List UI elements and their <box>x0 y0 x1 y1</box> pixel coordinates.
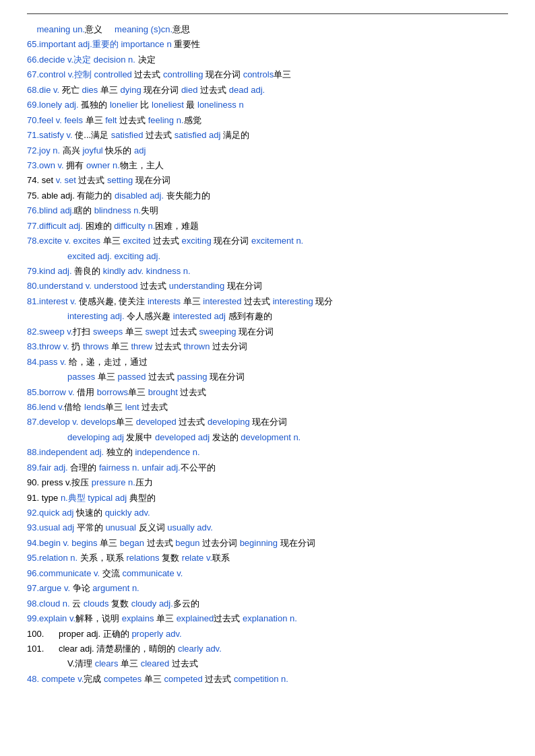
entry-75: 75. able adj. 有能力的 disabled adj. 丧失能力的 <box>27 188 508 203</box>
entry-66: 66.decide v.决定 decision n. 决定 <box>27 53 508 67</box>
entry-79: 79.kind adj. 善良的 kindly adv. kindness n. <box>27 264 508 278</box>
top-divider <box>27 13 508 14</box>
entry-88: 88.independent adj. 独立的 independence n. <box>27 445 508 459</box>
entry-83: 83.throw v. 扔 throws 单三 threw 过去式 thrown… <box>27 339 508 353</box>
entry-89: 89.fair adj. 合理的 fairness n. unfair adj.… <box>27 460 508 475</box>
entry-97: 97.argue v. 争论 argument n. <box>27 581 508 595</box>
entry-98: 98.cloud n. 云 clouds 复数 cloudy adj.多云的 <box>27 596 508 611</box>
entry-96: 96.communicate v. 交流 communicate v. <box>27 566 508 580</box>
entry-81-line1: 81.interest v. 使感兴趣, 使关注 interests 单三 in… <box>27 294 508 308</box>
entry-77: 77.difficult adj. 困难的 difficulty n.困难，难题 <box>27 219 508 233</box>
entry-92: 92.quick adj 快速的 quickly adv. <box>27 506 508 520</box>
entry-90: 90. press v.按压 pressure n.压力 <box>27 475 508 489</box>
entry-82: 82.sweep v.打扫 sweeps 单三 swept 过去式 sweepi… <box>27 324 508 339</box>
entry-68: 68.die v. 死亡 dies 单三 dying 现在分词 died 过去式… <box>27 83 508 97</box>
entry-48: 48. compete v.完成 competes 单三 competed 过去… <box>27 672 508 686</box>
entry-85: 85.borrow v. 借用 borrows单三 brought 过去式 <box>27 385 508 399</box>
entry-65: 65.important adj.重要的 importance n 重要性 <box>27 37 508 51</box>
entry-91: 91. type n.典型 typical adj 典型的 <box>27 491 508 505</box>
entry-100: 100. proper adj. 正确的 properly adv. <box>27 627 508 641</box>
entry-87-line1: 87.develop v. develops单三 developed 过去式 d… <box>27 415 508 429</box>
entry-74: 74. set v. set 过去式 setting 现在分词 <box>27 173 508 187</box>
entry-95: 95.relation n. 关系，联系 relations 复数 relate… <box>27 551 508 565</box>
entry-84-line1: 84.pass v. 给，递，走过，通过 <box>27 355 508 369</box>
entry-87-line2: developing adj 发展中 developed adj 发达的 dev… <box>67 430 508 444</box>
entry-78-line2: excited adj. exciting adj. <box>67 249 508 263</box>
entry-72: 72.joy n. 高兴 joyful 快乐的 adj <box>27 143 508 158</box>
entry-71: 71.satisfy v. 使...满足 satisfied 过去式 satis… <box>27 128 508 142</box>
entry-86: 86.lend v.借给 lends单三 lent 过去式 <box>27 400 508 414</box>
entry-80: 80.understand v. understood 过去式 understa… <box>27 279 508 293</box>
entry-76: 76.blind adj.瞎的 blindness n.失明 <box>27 203 508 217</box>
entry-99: 99.explain v.解释，说明 explains 单三 explained… <box>27 611 508 625</box>
entry-94: 94.begin v. begins 单三 began 过去式 begun 过去… <box>27 536 508 550</box>
entry-73: 73.own v. 拥有 owner n.物主，主人 <box>27 158 508 172</box>
entry-84-line2: passes 单三 passed 过去式 passing 现在分词 <box>67 370 508 384</box>
header-meaning: meaning un.意义 meaning (s)cn.意思 <box>27 22 508 36</box>
entry-101-line1: 101. clear adj. 清楚易懂的，晴朗的 clearly adv. <box>27 642 508 656</box>
entry-101-line2: V.清理 clears 单三 cleared 过去式 <box>67 656 508 671</box>
entry-70: 70.feel v. feels 单三 felt 过去式 feeling n.感… <box>27 113 508 127</box>
entry-67: 67.control v.控制 controlled 过去式 controlli… <box>27 67 508 81</box>
entry-81-line2: interesting adj. 令人感兴趣 interested adj 感到… <box>67 309 508 323</box>
entry-69: 69.lonely adj. 孤独的 lonelier 比 loneliest … <box>27 98 508 112</box>
entry-93: 93.usual adj 平常的 unusual 反义词 usually adv… <box>27 520 508 535</box>
entry-78-line1: 78.excite v. excites 单三 excited 过去式 exci… <box>27 234 508 248</box>
